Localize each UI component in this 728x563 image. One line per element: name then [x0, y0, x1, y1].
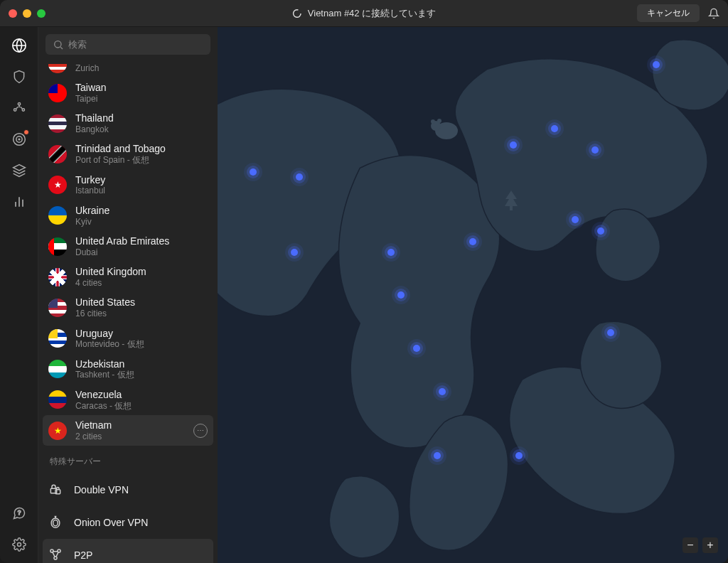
- country-item[interactable]: ★Vietnam2 cities⋯: [43, 415, 213, 446]
- country-sub: Caracas - 仮想: [75, 401, 132, 411]
- server-marker[interactable]: [551, 125, 558, 132]
- special-server-item[interactable]: Double VPN: [38, 473, 218, 506]
- nav-layers[interactable]: [11, 162, 28, 179]
- country-sub: Kyiv: [75, 217, 109, 227]
- flag-icon: [48, 299, 67, 317]
- country-item[interactable]: ThailandBangkok: [38, 108, 218, 139]
- server-marker[interactable]: [572, 216, 579, 223]
- nav-rail: ?: [0, 27, 38, 563]
- country-sub: 4 cities: [75, 278, 146, 288]
- panda-deco: [422, 113, 464, 141]
- country-sub: Montevideo - 仮想: [75, 339, 144, 349]
- country-item[interactable]: UruguayMontevideo - 仮想: [38, 323, 218, 354]
- server-marker[interactable]: [592, 146, 599, 154]
- svg-point-3: [22, 109, 24, 111]
- minimize-window[interactable]: [23, 9, 31, 18]
- cancel-button[interactable]: キャンセル: [637, 4, 700, 22]
- special-servers-header: 特殊サーバー: [38, 446, 218, 473]
- country-item[interactable]: Trinidad and TobagoPort of Spain - 仮想: [38, 139, 218, 169]
- stats-icon: [12, 195, 26, 209]
- country-item[interactable]: UzbekistanTashkent - 仮想: [38, 354, 218, 385]
- special-server-item[interactable]: P2P: [43, 539, 213, 563]
- close-window[interactable]: [9, 9, 17, 18]
- layers-icon: [12, 163, 26, 178]
- server-marker[interactable]: [413, 345, 420, 352]
- server-marker[interactable]: [250, 168, 257, 176]
- country-item[interactable]: VenezuelaCaracas - 仮想: [38, 385, 218, 415]
- country-sub: Tashkent - 仮想: [75, 370, 134, 380]
- country-name: Uruguay: [75, 328, 144, 340]
- svg-point-2: [14, 109, 16, 111]
- special-server-label: Double VPN: [74, 484, 129, 495]
- country-item[interactable]: United Kingdom4 cities: [38, 262, 218, 292]
- flag-icon: [48, 64, 67, 73]
- server-marker[interactable]: [469, 238, 476, 245]
- country-item[interactable]: ★TurkeyIstanbul: [38, 170, 218, 200]
- fullscreen-window[interactable]: [37, 9, 46, 18]
- zoom-in-button[interactable]: +: [702, 537, 718, 553]
- svg-point-5: [16, 136, 21, 142]
- svg-rect-20: [510, 206, 513, 210]
- flag-icon: ★: [48, 176, 67, 194]
- country-name: United Kingdom: [75, 266, 146, 278]
- country-name: United States: [75, 296, 135, 309]
- server-marker[interactable]: [296, 173, 303, 181]
- help-icon: ?: [12, 506, 26, 520]
- country-item[interactable]: United Arab EmiratesDubai: [38, 231, 218, 262]
- svg-point-12: [53, 520, 58, 526]
- flag-icon: [48, 268, 67, 286]
- country-name: Zurich: [75, 63, 99, 73]
- server-marker[interactable]: [653, 61, 660, 68]
- flag-icon: [48, 237, 67, 256]
- flag-icon: [48, 329, 67, 348]
- onion-icon: [48, 515, 64, 530]
- special-server-item[interactable]: Onion Over VPN: [38, 506, 218, 539]
- svg-point-8: [17, 543, 21, 547]
- server-marker[interactable]: [439, 388, 446, 395]
- svg-point-4: [13, 134, 25, 146]
- country-item[interactable]: UkraineKyiv: [38, 200, 218, 231]
- country-item[interactable]: United States16 cities: [38, 292, 218, 323]
- titlebar: Vietnam #42 に接続しています キャンセル: [0, 0, 728, 27]
- more-icon[interactable]: ⋯: [193, 424, 208, 438]
- flag-icon: [48, 114, 67, 133]
- server-marker[interactable]: [515, 452, 523, 459]
- server-marker[interactable]: [291, 249, 298, 256]
- country-item[interactable]: TaiwanTaipei: [38, 77, 218, 108]
- connection-status: Vietnam #42 に接続しています: [292, 7, 436, 20]
- bell-icon[interactable]: [708, 8, 719, 19]
- server-marker[interactable]: [397, 291, 405, 299]
- p2p-icon: [48, 547, 64, 563]
- nav-stats[interactable]: [11, 193, 28, 210]
- country-name: Trinidad and Tobago: [75, 143, 166, 155]
- server-marker[interactable]: [510, 141, 517, 149]
- nav-settings[interactable]: [11, 536, 28, 553]
- country-sub: 2 cities: [75, 431, 112, 441]
- country-name: Ukraine: [75, 205, 109, 217]
- svg-text:?: ?: [17, 509, 21, 516]
- lock-icon: [48, 482, 64, 498]
- globe-icon: [11, 38, 27, 53]
- country-item-truncated[interactable]: Zurich: [38, 62, 218, 77]
- nav-help[interactable]: ?: [11, 505, 28, 522]
- zoom-out-button[interactable]: −: [682, 537, 698, 553]
- country-name: Uzbekistan: [75, 358, 134, 370]
- notification-dot: [23, 129, 29, 135]
- flag-icon: ★: [48, 422, 67, 440]
- nav-globe[interactable]: [11, 37, 28, 54]
- server-marker[interactable]: [434, 452, 441, 459]
- nav-radar[interactable]: [11, 131, 28, 148]
- server-marker[interactable]: [597, 227, 604, 235]
- tree-deco: [498, 188, 524, 213]
- country-name: United Arab Emirates: [75, 235, 169, 247]
- server-marker[interactable]: [607, 329, 614, 336]
- country-list[interactable]: ZurichTaiwanTaipeiThailandBangkokTrinida…: [38, 62, 218, 563]
- mesh-icon: [12, 101, 26, 115]
- map-view[interactable]: − +: [218, 27, 728, 563]
- server-marker[interactable]: [387, 249, 395, 256]
- search-input[interactable]: [46, 34, 210, 55]
- nav-shield[interactable]: [11, 68, 28, 85]
- nav-mesh[interactable]: [11, 100, 28, 117]
- flag-icon: [48, 360, 67, 378]
- country-sub: Bangkok: [75, 124, 114, 134]
